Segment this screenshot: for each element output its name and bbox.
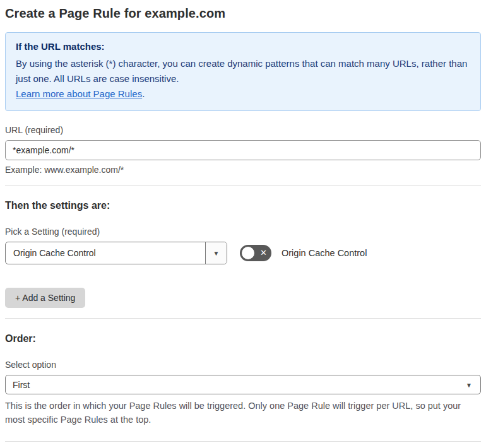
pick-setting-label: Pick a Setting (required)	[5, 227, 481, 237]
info-box-body: By using the asterisk (*) character, you…	[16, 56, 470, 86]
order-select-value: First	[13, 380, 30, 390]
origin-cache-control-toggle[interactable]: ✕	[240, 245, 271, 261]
settings-section-heading: Then the settings are:	[5, 200, 481, 211]
chevron-down-icon[interactable]: ▼	[205, 242, 227, 264]
url-match-info-box: If the URL matches: By using the asteris…	[5, 32, 481, 111]
order-select-label: Select option	[5, 360, 481, 370]
info-link-row: Learn more about Page Rules.	[16, 86, 470, 102]
order-select[interactable]: First ▼	[5, 375, 481, 394]
toggle-knob	[242, 247, 254, 259]
setting-select-value: Origin Cache Control	[6, 242, 205, 264]
toggle-off-x-icon: ✕	[260, 249, 267, 257]
page-title: Create a Page Rule for example.com	[5, 6, 481, 21]
toggle-group: ✕ Origin Cache Control	[240, 245, 367, 261]
toggle-label: Origin Cache Control	[282, 248, 367, 258]
setting-row: Origin Cache Control ▼ ✕ Origin Cache Co…	[5, 242, 481, 264]
order-helper-text: This is the order in which your Page Rul…	[5, 399, 477, 427]
order-section-heading: Order:	[5, 333, 481, 345]
url-input[interactable]	[5, 140, 481, 160]
add-setting-button[interactable]: + Add a Setting	[5, 288, 85, 308]
divider	[5, 441, 481, 442]
divider	[5, 318, 481, 319]
info-box-heading: If the URL matches:	[16, 41, 470, 52]
chevron-down-icon: ▼	[466, 381, 472, 388]
setting-select[interactable]: Origin Cache Control ▼	[5, 242, 227, 264]
link-suffix: .	[142, 88, 145, 99]
divider	[5, 185, 481, 186]
page-rule-form: Create a Page Rule for example.com If th…	[0, 0, 486, 448]
url-field-label: URL (required)	[5, 125, 481, 135]
learn-more-link[interactable]: Learn more about Page Rules	[16, 88, 142, 99]
url-example-helper: Example: www.example.com/*	[5, 165, 481, 175]
